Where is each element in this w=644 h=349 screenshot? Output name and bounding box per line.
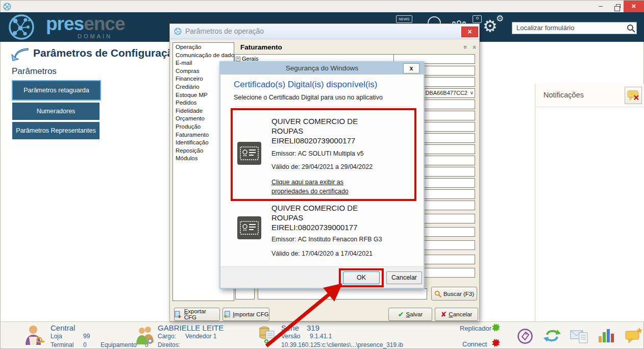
new-message-icon[interactable]: [625, 328, 642, 344]
status-bar: Central Loja 99 Terminal 0 Equipamento 0…: [0, 321, 644, 349]
search-text-input[interactable]: [258, 288, 427, 300]
security-dialog-close-button[interactable]: x: [403, 63, 419, 73]
security-cancel-button[interactable]: Cancelar: [386, 271, 422, 284]
database-path: 10.39.160.125:c:\clientes\...\presence_3…: [281, 341, 403, 348]
nav-button-numeradores[interactable]: Numeradores: [12, 103, 100, 120]
settings-gear-small-icon: ⚙: [496, 13, 504, 24]
export-cfg-icon: [175, 311, 182, 318]
ok-button[interactable]: OK: [343, 271, 380, 284]
certificate-name-line: EIRELI08020739000177: [271, 136, 404, 145]
buscar-label: Buscar (F3): [443, 291, 474, 297]
list-item[interactable]: Comunicação de dados: [173, 52, 234, 60]
dialog-app-icon: [174, 28, 182, 35]
certificate-validity: Válido de: 29/04/2021 a 29/04/2022: [271, 163, 373, 170]
connect-label: Connect: [462, 340, 487, 348]
certificate-name-line: QUIVER COMERCIO DE: [271, 203, 404, 213]
certificate-issuer: Emissor: AC SOLUTI Multipla v5: [271, 150, 364, 157]
notifications-panel: Notificações: [535, 84, 644, 349]
versao-value: 9.1.41.1: [310, 333, 332, 340]
station-name: Central: [51, 323, 75, 332]
salvar-button[interactable]: ✔ Salvar: [388, 308, 432, 321]
importar-label: Importar CFG: [233, 311, 268, 317]
salvar-label: Salvar: [406, 311, 423, 317]
panel-title: Faturamento: [240, 43, 282, 51]
cargo-label: Cargo:: [158, 333, 176, 340]
terminal-label: Terminal: [51, 341, 73, 348]
connect-status-icon: [492, 339, 500, 347]
restore-icon: [616, 4, 621, 8]
combo-value: DBA66B477CC2: [425, 90, 467, 96]
back-arrow-icon[interactable]: [11, 47, 29, 61]
serie-value: 319: [307, 323, 319, 332]
os-titlebar: – ×: [0, 0, 644, 12]
exportar-label: Exportar CFG: [184, 308, 219, 320]
params-dialog-close-button[interactable]: ×: [461, 27, 478, 37]
serie-label: Série: [281, 323, 299, 332]
settings-gear-icon[interactable]: ⚙: [483, 16, 498, 36]
section-title: Parâmetros: [12, 66, 57, 77]
equipamento-label: Equipamento: [101, 341, 137, 348]
notifications-title: Notificações: [543, 91, 584, 99]
cancelar-label: Cancelar: [449, 311, 472, 317]
certificate-issuer: Emissor: AC Instituto Fenacon RFB G3: [271, 236, 382, 243]
versao-label: Versão: [281, 333, 300, 340]
brand-wordmark: presence: [46, 13, 125, 35]
brand-subtitle: DOMAIN: [78, 33, 112, 39]
importar-cfg-button[interactable]: Importar CFG: [222, 308, 269, 321]
nav-button-parametros-retaguarda[interactable]: Parâmetros retaguarda: [12, 80, 101, 101]
users-gear-icon: [135, 326, 155, 345]
security-dialog-titlebar[interactable]: Segurança do Windows: [220, 62, 424, 74]
cross-icon: ✘: [441, 310, 447, 318]
certificate-name-line: EIRELI:08020739000177: [271, 222, 404, 232]
chevron-double-down-icon[interactable]: «: [461, 45, 468, 49]
certificate-validity: Válido de: 17/04/2020 a 17/04/2021: [271, 250, 373, 257]
news-icon[interactable]: NEWS: [396, 15, 412, 23]
nav-button-parametros-representantes[interactable]: Parâmetros Representantes: [12, 122, 100, 139]
import-cfg-icon: [223, 311, 231, 318]
page-title: Parâmetros de Configuração: [33, 47, 180, 59]
database-icon: [259, 326, 276, 344]
exportar-cfg-button[interactable]: Exportar CFG: [174, 308, 220, 321]
link-line: propriedades do certificado: [271, 187, 349, 196]
security-heading: Certificado(s) Digital(is) disponível(is…: [234, 80, 378, 90]
search-code-input[interactable]: [235, 288, 255, 300]
security-subheading: Selecione o Certificado Digital para uso…: [234, 94, 383, 101]
dismiss-notifications-button[interactable]: [625, 87, 642, 104]
mail-icon[interactable]: [570, 329, 589, 344]
replicador-status-icon: [492, 323, 500, 332]
app-icon: [3, 3, 11, 11]
certificate-icon: [237, 142, 261, 165]
list-item[interactable]: Operação: [173, 43, 234, 52]
divider: [234, 106, 410, 107]
expand-icon[interactable]: +: [236, 57, 240, 61]
user-name: GABRIELLE LEITE: [158, 323, 224, 332]
certificate-name-line: ROUPAS: [271, 213, 404, 222]
tags-icon[interactable]: [517, 328, 533, 344]
buscar-button[interactable]: Buscar (F3): [431, 287, 477, 301]
windows-security-dialog: Segurança do Windows x Certificado(s) Di…: [219, 61, 425, 289]
close-button[interactable]: ×: [624, 1, 644, 12]
params-dialog-titlebar[interactable]: Parâmetros de operação ×: [170, 24, 479, 39]
params-dialog-title: Parâmetros de operação: [185, 27, 264, 35]
store-user-icon: [24, 325, 44, 346]
chart-icon[interactable]: [598, 327, 614, 344]
certificate-properties-link[interactable]: Clique aqui para exibir as propriedades …: [271, 178, 349, 196]
check-icon: ✔: [398, 310, 404, 318]
magnifier-icon: [434, 290, 441, 297]
cancelar-button[interactable]: ✘ Cancelar: [435, 308, 478, 321]
replicador-label: Replicador: [460, 325, 491, 332]
user-badge-icon[interactable]: [473, 15, 482, 23]
terminal-value: 0: [83, 341, 87, 348]
search-icon[interactable]: [627, 24, 635, 33]
combo-arrow-icon[interactable]: ∨: [470, 90, 474, 95]
minimize-button[interactable]: –: [592, 1, 609, 12]
sync-icon[interactable]: [543, 328, 561, 343]
certificate-name-line: ROUPAS: [271, 126, 404, 136]
chevron-double-up-icon[interactable]: «: [471, 45, 479, 49]
loja-value: 99: [83, 333, 90, 340]
presence-logo-icon: [8, 14, 35, 40]
search-input[interactable]: Localizar formulário: [512, 22, 637, 34]
cargo-value: Vendedor 1: [185, 333, 216, 340]
link-line: Clique aqui para exibir as: [271, 178, 349, 187]
notifications-header: Notificações: [535, 84, 644, 107]
